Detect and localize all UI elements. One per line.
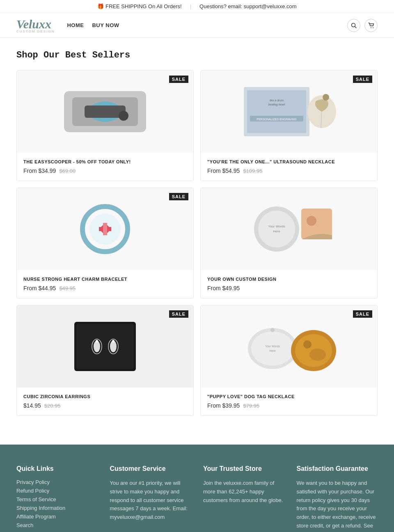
product-card-earrings[interactable]: SALE CUBIC ZIRCONIA EARRINGS $14.95 $20.… [16,305,194,416]
trusted-store-title: Your Trusted Store [203,465,284,472]
main-content: Shop Our Best Sellers SALE THE EASYSCOOP… [0,38,394,428]
product-price-bracelet: From $44.95 $49.95 [23,285,187,291]
svg-rect-21 [103,223,107,235]
svg-text:Here: Here [269,349,275,352]
footer-link-terms[interactable]: Terms of Service [16,496,98,502]
customer-service-text: You are our #1 priority, we will strive … [110,479,191,522]
product-image-easyscooper: SALE [17,71,193,153]
earrings-image [60,314,150,379]
svg-point-43 [303,340,312,349]
svg-point-34 [96,340,98,342]
price-current-necklace: From $54.95 [207,167,240,174]
search-icon [351,23,357,28]
product-price-easyscooper: From $34.99 $69.00 [23,167,187,174]
satisfaction-text: We want you to be happy and satisfied wi… [297,479,378,532]
sale-badge-earrings: SALE [169,310,188,318]
product-grid: SALE THE EASYSCOOPER - 50% OFF TODAY ONL… [16,70,378,416]
header: Veluxx CUSTOM DESIGN HOME BUY NOW [0,13,394,38]
price-original-bracelet: $49.95 [59,285,76,291]
sale-badge-necklace: SALE [353,76,372,83]
search-button[interactable] [347,19,360,32]
product-card-custom[interactable]: Your Words Here YOUR OWN CUSTOM DESIGN F… [200,188,378,298]
main-nav: HOME BUY NOW [67,22,119,28]
footer: Quick Links Privacy Policy Refund Policy… [0,445,394,532]
customer-service-title: Customer Service [110,465,191,472]
product-info-necklace: "YOU'RE THE ONLY ONE..." ULTRASOUND NECK… [201,153,377,181]
svg-point-2 [371,27,371,28]
footer-link-search[interactable]: Search [16,522,98,528]
product-title-bracelet: NURSE STRONG HEART CHARM BRACELET [23,277,187,282]
product-info-bracelet: NURSE STRONG HEART CHARM BRACELET From $… [17,270,193,298]
support-text: Questions? email: support@veluxxe.com [199,3,296,9]
svg-point-35 [112,340,115,342]
product-card-necklace[interactable]: like a drum beating heart PERSONALIZED E… [200,70,378,181]
dogtag-image: Your Words Here [231,314,346,379]
nav-buy-now[interactable]: BUY NOW [92,22,119,28]
svg-point-8 [119,111,128,121]
satisfaction-title: Satisfaction Guarantee [297,465,378,472]
product-title-necklace: "YOU'RE THE ONLY ONE..." ULTRASOUND NECK… [207,159,371,164]
top-bar: 🎁 FREE SHIPPING On All Orders! | Questio… [0,0,394,13]
product-price-dogtag: From $39.95 $79.95 [207,402,371,409]
footer-link-refund[interactable]: Refund Policy [16,488,98,494]
svg-text:Your Words: Your Words [268,225,285,228]
price-original-necklace: $109.95 [243,168,262,174]
svg-text:Here: Here [273,229,280,233]
svg-text:like a drum: like a drum [270,99,284,102]
cart-button[interactable] [364,19,378,32]
sale-badge-bracelet: SALE [169,193,188,200]
quick-links-title: Quick Links [16,465,98,472]
footer-customer-service: Customer Service You are our #1 priority… [110,465,191,532]
topbar-divider: | [190,3,191,9]
footer-quick-links: Quick Links Privacy Policy Refund Policy… [16,465,98,532]
easyscooper-image [52,79,158,144]
footer-grid: Quick Links Privacy Policy Refund Policy… [16,465,378,532]
product-card-dogtag[interactable]: Your Words Here SALE "PUPPY LOVE" DOG TA… [200,305,378,416]
price-current-custom: From $49.95 [207,285,240,291]
nav-home[interactable]: HOME [67,22,84,28]
custom-image: Your Words Here [236,196,342,262]
product-info-dogtag: "PUPPY LOVE" DOG TAG NECKLACE From $39.9… [201,388,377,415]
svg-point-44 [309,349,326,361]
price-original-earrings: $20.95 [44,403,61,409]
footer-satisfaction: Satisfaction Guarantee We want you to be… [297,465,378,532]
price-current-bracelet: From $44.95 [23,285,56,291]
necklace-image: like a drum beating heart PERSONALIZED E… [231,79,346,144]
cart-icon [368,23,374,28]
product-image-custom: Your Words Here [201,188,377,270]
svg-point-27 [307,216,316,226]
svg-point-23 [258,211,295,248]
bracelet-image [64,196,146,262]
product-image-earrings: SALE [17,305,193,388]
trusted-store-text: Join the veluxxe.com family of more than… [203,479,284,504]
section-title: Shop Our Best Sellers [16,50,378,60]
svg-rect-29 [76,324,134,369]
product-price-earrings: $14.95 $20.95 [23,402,187,409]
product-title-easyscooper: THE EASYSCOOPER - 50% OFF TODAY ONLY! [23,159,187,164]
footer-link-privacy[interactable]: Privacy Policy [16,479,98,485]
svg-rect-10 [247,90,306,133]
svg-point-3 [373,27,373,28]
header-icons [347,19,378,32]
footer-trusted-store: Your Trusted Store Join the veluxxe.com … [203,465,284,532]
product-price-custom: From $49.95 [207,285,371,291]
product-card-bracelet[interactable]: SALE NURSE STRONG HEART CHARM BRACELET F… [16,188,194,298]
svg-point-33 [110,341,117,352]
product-info-easyscooper: THE EASYSCOOPER - 50% OFF TODAY ONLY! Fr… [17,153,193,181]
svg-point-31 [94,341,100,352]
footer-link-affiliate[interactable]: Affiliate Program [16,514,98,520]
product-title-dogtag: "PUPPY LOVE" DOG TAG NECKLACE [207,394,371,399]
shipping-text: 🎁 FREE SHIPPING On All Orders! [97,3,181,9]
price-original-easyscooper: $69.00 [59,168,76,174]
product-image-bracelet: SALE [17,188,193,270]
svg-text:Your Words: Your Words [265,345,280,348]
price-current-earrings: $14.95 [23,402,41,409]
product-info-earrings: CUBIC ZIRCONIA EARRINGS $14.95 $20.95 [17,388,193,415]
product-card-easyscooper[interactable]: SALE THE EASYSCOOPER - 50% OFF TODAY ONL… [16,70,194,181]
logo[interactable]: Veluxx CUSTOM DESIGN [16,17,55,33]
footer-link-shipping[interactable]: Shipping Information [16,505,98,511]
product-image-necklace: like a drum beating heart PERSONALIZED E… [201,71,377,153]
product-price-necklace: From $54.95 $109.95 [207,167,371,174]
price-current-dogtag: From $39.95 [207,402,240,409]
product-title-custom: YOUR OWN CUSTOM DESIGN [207,277,371,282]
